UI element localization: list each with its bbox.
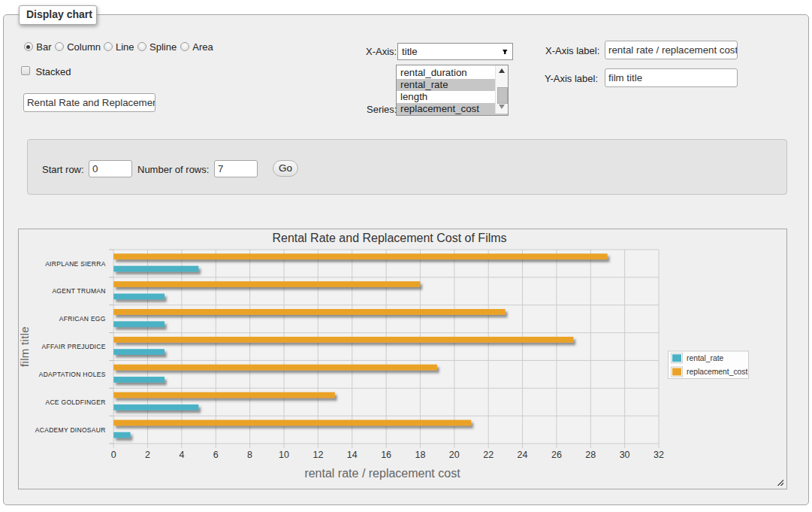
svg-text:24: 24 xyxy=(518,450,528,460)
svg-text:0: 0 xyxy=(111,450,116,460)
svg-text:4: 4 xyxy=(179,450,184,460)
svg-text:ACE GOLDFINGER: ACE GOLDFINGER xyxy=(45,398,105,406)
svg-text:10: 10 xyxy=(279,450,289,460)
svg-text:2: 2 xyxy=(145,450,150,460)
svg-text:rental_rate: rental_rate xyxy=(687,354,724,362)
svg-text:ACADEMY DINOSAUR: ACADEMY DINOSAUR xyxy=(35,426,106,434)
svg-text:AFFAIR PREJUDICE: AFFAIR PREJUDICE xyxy=(42,343,106,350)
svg-text:rental rate / replacement cost: rental rate / replacement cost xyxy=(304,467,460,480)
svg-text:ADAPTATION HOLES: ADAPTATION HOLES xyxy=(39,371,106,378)
svg-text:film title: film title xyxy=(19,326,31,367)
svg-text:28: 28 xyxy=(585,450,596,460)
svg-text:16: 16 xyxy=(381,450,391,460)
svg-text:8: 8 xyxy=(247,450,252,460)
svg-text:Rental Rate and Replacement Co: Rental Rate and Replacement Cost of Film… xyxy=(272,232,506,244)
svg-text:30: 30 xyxy=(620,450,630,460)
svg-text:18: 18 xyxy=(415,450,426,460)
svg-text:14: 14 xyxy=(347,450,358,460)
svg-text:12: 12 xyxy=(312,450,323,460)
svg-text:AFRICAN EGG: AFRICAN EGG xyxy=(59,315,106,323)
svg-text:AIRPLANE SIERRA: AIRPLANE SIERRA xyxy=(45,260,106,268)
svg-text:6: 6 xyxy=(213,450,219,460)
svg-text:26: 26 xyxy=(551,450,562,460)
svg-text:replacement_cost: replacement_cost xyxy=(687,368,747,376)
svg-text:22: 22 xyxy=(483,450,494,460)
svg-text:32: 32 xyxy=(654,450,664,460)
svg-text:AGENT TRUMAN: AGENT TRUMAN xyxy=(52,287,105,295)
svg-text:20: 20 xyxy=(449,450,460,460)
